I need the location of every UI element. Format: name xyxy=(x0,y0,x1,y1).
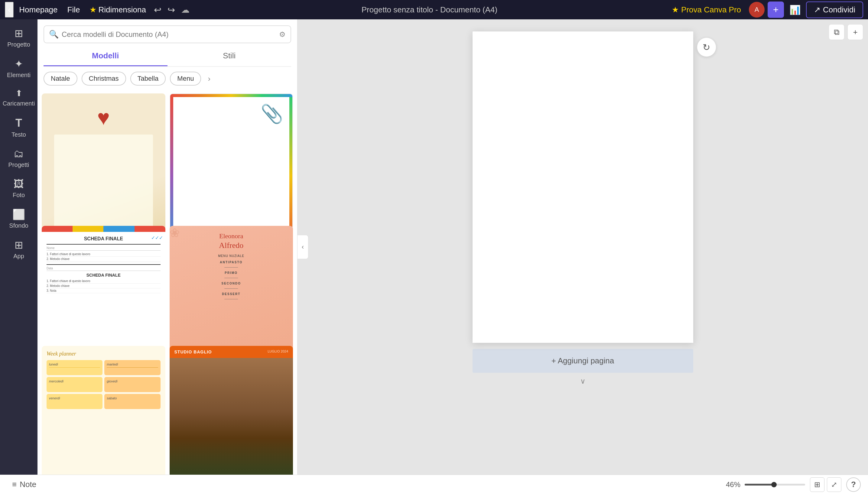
bottom-bar: ≡ Note 46% ⊞ ⤢ ? xyxy=(0,475,868,494)
zoom-level-label: 46% xyxy=(726,480,740,489)
add-page-button[interactable]: + Aggiungi pagina xyxy=(472,349,693,373)
sidebar-item-app[interactable]: ⊞ App xyxy=(0,234,38,264)
sidebar-item-elementi[interactable]: ✦ Elementi xyxy=(0,54,38,83)
left-sidebar: ⊞ Progetto ✦ Elementi ⬆ Caricamenti T Te… xyxy=(0,19,38,475)
templates-grid: ♥ 📎 📌 SCHEDA FINALE Nome xyxy=(38,90,297,475)
templates-panel: 🔍 ⚙ Modelli Stili Natale Christmas Tabel… xyxy=(38,19,297,475)
help-button[interactable]: ? xyxy=(846,477,861,492)
zoom-controls: 46% xyxy=(726,480,805,489)
notes-button[interactable]: ≡ Note xyxy=(7,477,41,492)
canvas-page-wrapper: ↻ xyxy=(472,32,693,343)
analytics-button[interactable]: 📊 xyxy=(787,2,803,18)
filter-icon[interactable]: ⚙ xyxy=(279,30,286,39)
file-label: File xyxy=(67,5,80,15)
duplicate-page-button[interactable]: ⧉ xyxy=(829,24,844,40)
canvas-page[interactable] xyxy=(472,32,693,343)
share-icon: ↗ xyxy=(814,5,821,15)
back-button[interactable]: ‹ xyxy=(5,2,14,18)
title-text: Progetto senza titolo - Documento (A4) xyxy=(362,5,497,15)
sidebar-item-sfondo[interactable]: ⬜ Sfondo xyxy=(0,204,38,233)
topbar-left: ‹ Homepage File ★ Ridimensiona ↩ ↪ ☁ xyxy=(5,2,192,18)
tag-tabella[interactable]: Tabella xyxy=(130,72,166,86)
grid-view-button[interactable]: ⊞ xyxy=(810,477,825,492)
zoom-thumb[interactable] xyxy=(771,482,777,487)
sidebar-item-progetto[interactable]: ⊞ Progetto xyxy=(0,23,38,52)
tag-more-icon[interactable]: › xyxy=(205,73,213,84)
collapse-pages-button[interactable]: ∨ xyxy=(580,377,586,385)
sfondo-icon: ⬜ xyxy=(13,208,25,221)
add-page-icon-button[interactable]: + xyxy=(847,24,863,40)
undo-redo-group: ↩ ↪ xyxy=(152,2,177,18)
sidebar-item-progetti[interactable]: 🗂 Progetti xyxy=(0,144,38,173)
progetti-icon: 🗂 xyxy=(14,148,24,159)
cloud-save-icon: ☁ xyxy=(179,2,192,17)
caricamenti-icon: ⬆ xyxy=(15,88,22,98)
pro-button[interactable]: ★ Prova Canva Pro xyxy=(667,3,746,17)
homepage-button[interactable]: Homepage xyxy=(15,3,62,17)
search-box: 🔍 ⚙ xyxy=(43,25,291,43)
resize-button[interactable]: ★ Ridimensiona xyxy=(85,3,150,17)
tab-stili[interactable]: Stili xyxy=(168,46,291,66)
search-area: 🔍 ⚙ xyxy=(38,19,297,46)
expand-view-button[interactable]: ⤢ xyxy=(827,477,842,492)
zoom-fill xyxy=(745,484,772,486)
page-view-buttons: ⊞ ⤢ xyxy=(810,477,842,492)
canvas-area: ⧉ + ↻ + Aggiungi pagina ∨ xyxy=(297,19,868,475)
share-button[interactable]: ↗ Condividi xyxy=(806,1,863,18)
tag-christmas[interactable]: Christmas xyxy=(82,72,126,86)
crown-icon: ★ xyxy=(90,5,96,15)
main-area: ⊞ Progetto ✦ Elementi ⬆ Caricamenti T Te… xyxy=(0,19,868,475)
notes-icon: ≡ xyxy=(12,480,17,489)
zoom-slider[interactable] xyxy=(745,484,805,486)
file-button[interactable]: File xyxy=(63,3,84,17)
tab-modelli[interactable]: Modelli xyxy=(43,46,168,66)
pro-label: Prova Canva Pro xyxy=(681,5,741,15)
progetto-icon: ⊞ xyxy=(15,27,23,39)
resize-label: Ridimensiona xyxy=(98,5,146,15)
homepage-label: Homepage xyxy=(19,5,57,15)
tag-bar: Natale Christmas Tabella Menu › xyxy=(38,67,297,90)
tag-menu[interactable]: Menu xyxy=(170,72,201,86)
template-card-6[interactable]: STUDIO BAGLIO LUGLIO 2024 Migliorare i c… xyxy=(170,346,293,475)
add-button[interactable]: + xyxy=(768,1,784,18)
document-title: Progetto senza titolo - Documento (A4) xyxy=(194,5,664,15)
sidebar-item-caricamenti[interactable]: ⬆ Caricamenti xyxy=(0,84,38,111)
share-label: Condividi xyxy=(823,5,855,15)
testo-icon: T xyxy=(15,117,22,129)
search-input[interactable] xyxy=(62,30,276,39)
crown-icon: ★ xyxy=(672,5,679,15)
search-icon: 🔍 xyxy=(49,30,59,39)
tag-natale[interactable]: Natale xyxy=(43,72,77,86)
heart-decoration: ♥ xyxy=(97,106,110,130)
topbar: ‹ Homepage File ★ Ridimensiona ↩ ↪ ☁ Pro… xyxy=(0,0,868,19)
elementi-icon: ✦ xyxy=(15,58,23,70)
redo-button[interactable]: ↪ xyxy=(165,2,177,18)
app-icon: ⊞ xyxy=(15,239,23,251)
sidebar-item-foto[interactable]: 🖼 Foto xyxy=(0,174,38,203)
template-card-5[interactable]: Week planner lunedì martedì mercoledì gi xyxy=(42,346,166,475)
undo-button[interactable]: ↩ xyxy=(152,2,164,18)
avatar: A xyxy=(749,2,765,18)
panel-tabs: Modelli Stili xyxy=(43,46,291,67)
hide-panel-button[interactable]: ‹ xyxy=(297,235,308,259)
topbar-right: ★ Prova Canva Pro A + 📊 ↗ Condividi xyxy=(667,1,863,18)
canvas-toolbar: ⧉ + xyxy=(829,24,863,40)
ai-refresh-button[interactable]: ↻ xyxy=(697,37,716,57)
notes-label: Note xyxy=(20,480,36,489)
foto-icon: 🖼 xyxy=(14,178,24,190)
sidebar-item-testo[interactable]: T Testo xyxy=(0,112,38,142)
